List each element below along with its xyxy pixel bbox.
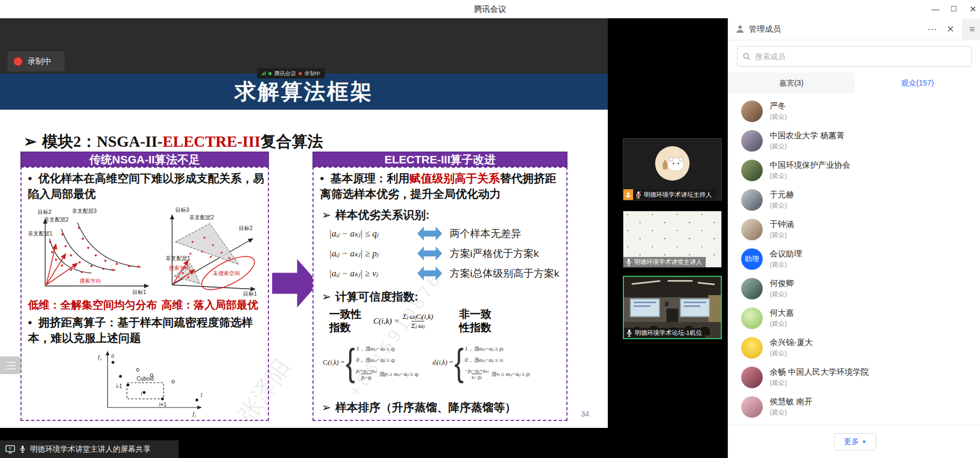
member-row[interactable]: 中国环境保护产业协会(观众) [728, 155, 980, 185]
svg-text:搜索方向: 搜索方向 [169, 265, 190, 271]
member-role: (观众) [770, 231, 794, 240]
mic-icon [19, 445, 26, 453]
mic-muted-icon [635, 191, 642, 199]
svg-text:目标1: 目标1 [132, 289, 146, 295]
recording-label: 录制中 [27, 56, 52, 67]
list-icon [5, 361, 16, 370]
avatar-assistant-badge: 助理 [741, 248, 763, 270]
svg-text:目标2: 目标2 [38, 209, 52, 215]
close-button[interactable]: ✕ [964, 0, 980, 18]
screen-share-icon [5, 445, 15, 454]
member-name: 侯慧敏 南开 [770, 397, 812, 407]
mic-icon [626, 329, 633, 337]
video-thumbnail-camera1[interactable]: 明德环境学术论坛-1机位 [623, 276, 722, 339]
svg-text:非支配层1: 非支配层1 [166, 255, 190, 261]
member-name: 中国环境保护产业协会 [770, 160, 850, 170]
member-row[interactable]: 余畅 中国人民大学环境学院(观众) [728, 362, 980, 392]
share-status-pill: 腾讯会议 录制中 [257, 68, 325, 78]
member-management-panel: 管理成员 ⋯ ✕ ≡ 嘉宾(3) 观众(157) 严冬(观众) 中国农业大学 杨… [728, 18, 980, 458]
dj-piecewise: dⱼ(i,k) = { 1，当aₖⱼ−aᵢⱼ ≥ pⱼ 0，当aₖⱼ−aᵢⱼ ≤… [432, 345, 530, 380]
panel-menu-button[interactable]: ≡ [963, 18, 980, 40]
member-name: 余畅 中国人民大学环境学院 [770, 367, 869, 377]
pill-app-name: 腾讯会议 [274, 70, 296, 77]
svg-text:目标2: 目标2 [239, 225, 253, 231]
more-options-icon[interactable]: ⋯ [925, 24, 939, 35]
minimize-button[interactable]: — [926, 0, 945, 18]
avatar [741, 160, 763, 181]
pill-recording-label: 录制中 [304, 70, 321, 77]
panel-toggle-button[interactable] [0, 356, 22, 374]
member-row[interactable]: 中国农业大学 杨蕙菁(观众) [728, 126, 980, 155]
member-role: (观众) [770, 378, 869, 388]
caption-low-dim: 低维：全解集空间均匀分布 [28, 298, 157, 312]
more-button[interactable]: 更多▼ [834, 433, 876, 450]
svg-text:搜索方向: 搜索方向 [80, 278, 101, 284]
tab-guests[interactable]: 嘉宾(3) [728, 73, 855, 93]
member-name: 严冬 [770, 101, 787, 111]
avatar [741, 367, 763, 388]
screen-share-indicator-bar: 明德环境学术讲堂主讲人的屏幕共享 [0, 440, 179, 458]
video-label-host: 明德环境学术讲坛主持人 [633, 190, 715, 200]
relation-row: |aᵢⱼ − aₖⱼ| ≥ pⱼ 方案i严格优于方案k [329, 244, 559, 263]
member-row[interactable]: 余兴锦-厦大(观众) [728, 333, 980, 362]
svg-text:目标3: 目标3 [175, 207, 189, 213]
svg-text:f₂: f₂ [98, 354, 102, 360]
recording-badge[interactable]: 录制中 [8, 51, 65, 71]
member-row[interactable]: 何俊卿(观众) [728, 274, 980, 303]
member-tabs: 嘉宾(3) 观众(157) [728, 73, 980, 93]
right-bullet-principle: •基本原理：利用赋值级别高于关系替代拥挤距离筛选样本优劣，提升全局优化动力 [320, 171, 561, 202]
svg-text:1: 1 [200, 392, 203, 398]
svg-text:i: i [141, 391, 142, 397]
member-name: 余兴锦-厦大 [770, 338, 813, 348]
caption-high-dim: 高维：落入局部最优 [161, 298, 258, 312]
pareto-2d-figure: 目标2 目标1 非支配层1 非支配层2 非支配层3 搜索方向 [27, 205, 155, 296]
window-title: 腾讯会议 [0, 0, 980, 18]
svg-text:非支配层2: 非支配层2 [189, 214, 214, 220]
search-input[interactable] [754, 52, 966, 61]
member-row[interactable]: 于元赫(观众) [728, 185, 980, 214]
svg-text:i+1: i+1 [159, 402, 167, 407]
svg-text:非支配层2: 非支配层2 [44, 217, 69, 223]
panel-header: 管理成员 ⋯ ✕ [728, 18, 963, 40]
close-panel-icon[interactable]: ✕ [943, 24, 957, 35]
member-list: 严冬(观众) 中国农业大学 杨蕙菁(观众) 中国环境保护产业协会(观众) 于元赫… [728, 96, 980, 421]
avatar [741, 337, 763, 359]
video-thumbnail-speaker[interactable]: 明德环境学术讲堂主讲人 [623, 211, 722, 268]
search-icon [743, 53, 750, 60]
member-row[interactable]: 于钟涵(观众) [728, 214, 980, 244]
member-name: 于元赫 [770, 190, 794, 200]
member-name: 于钟涵 [770, 219, 794, 230]
video-thumbnail-host[interactable]: 明德环境学术讲坛主持人 [623, 138, 722, 201]
divider [728, 425, 980, 425]
avatar [741, 130, 763, 152]
section-credibility: ➢计算可信度指数: [322, 289, 418, 304]
member-name: 中国农业大学 杨蕙菁 [770, 131, 844, 141]
double-arrow-icon [417, 246, 442, 261]
recording-dot-icon [14, 58, 22, 66]
transition-arrow [272, 256, 318, 311]
member-row[interactable]: 严冬(观众) [728, 96, 980, 126]
svg-text:非支配层3: 非支配层3 [72, 208, 97, 214]
online-dot-icon [268, 72, 272, 75]
left-bullet-2: •拥挤距离算子：基于样本间疏密程度筛选样本，难以克服上述问题 [28, 315, 265, 346]
svg-text:f₁: f₁ [193, 411, 196, 417]
member-search-box[interactable] [737, 46, 972, 67]
double-arrow-icon [417, 226, 442, 241]
panel-title: 管理成员 [749, 24, 921, 34]
maximize-button[interactable]: ☐ [945, 0, 963, 18]
member-row[interactable]: 何大嘉(观众) [728, 303, 980, 333]
slide-heading: ➢模块2：NSGA-II-ELECTRE-III复合算法 [24, 131, 323, 153]
member-role: (观众) [770, 112, 787, 121]
member-row[interactable]: 助理 会议助理(观众) [728, 244, 980, 274]
svg-text:0: 0 [111, 353, 114, 359]
svg-text:Cuboid: Cuboid [137, 376, 154, 382]
member-row[interactable]: 侯慧敏 南开(观众) [728, 392, 980, 421]
member-name: 何大嘉 [770, 308, 794, 318]
member-role: (观众) [770, 201, 794, 210]
tab-audience[interactable]: 观众(157) [855, 73, 980, 93]
window-titlebar: 腾讯会议 — ☐ ✕ [0, 0, 980, 19]
screen-share-area: 录制中 腾讯会议 录制中 求解算法框架 张泽阳 +8615910876 ➢模块2… [0, 18, 728, 458]
member-role: (观众) [770, 349, 813, 358]
section-relation: ➢样本优劣关系识别: [322, 207, 430, 223]
slide-title-banner: 求解算法框架 [0, 74, 608, 110]
